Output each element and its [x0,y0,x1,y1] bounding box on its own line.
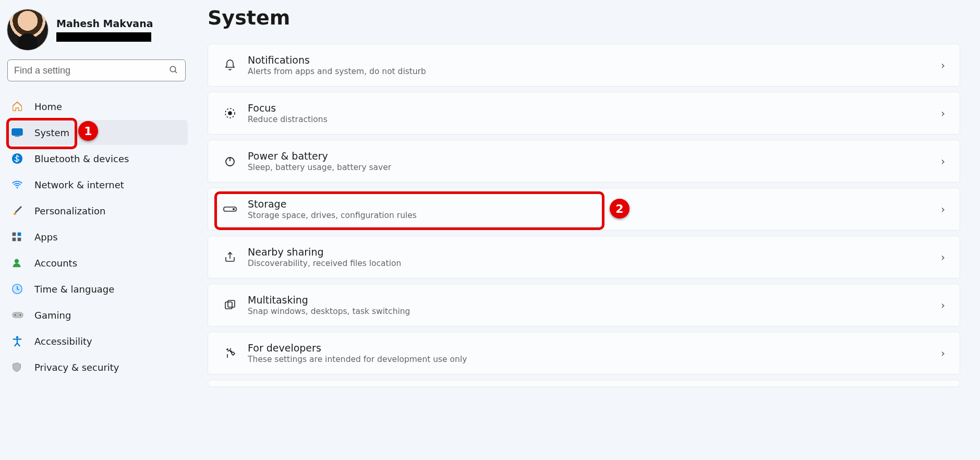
person-icon [11,257,24,269]
svg-point-11 [15,259,19,263]
gamepad-icon [11,310,24,320]
sidebar-item-label: Time & language [34,284,114,295]
sidebar-item-privacy[interactable]: Privacy & security [5,355,188,380]
wifi-icon [11,179,24,190]
card-title: Storage [248,198,941,210]
sidebar-item-gaming[interactable]: Gaming [5,302,188,328]
sidebar-item-label: Privacy & security [34,362,119,373]
sidebar-item-accounts[interactable]: Accounts [5,250,188,275]
sidebar-nav: Home System 1 Bluetooth & devices Networ… [5,91,188,381]
card-desc: Discoverability, received files location [248,259,941,268]
tools-icon [220,347,240,359]
chevron-right-icon: › [941,107,945,119]
svg-point-15 [20,314,21,316]
drive-icon [220,205,240,213]
brush-icon [11,205,24,216]
share-icon [220,251,240,263]
svg-rect-4 [15,136,19,137]
page-title: System [208,6,960,29]
profile-text: Mahesh Makvana [56,18,153,42]
sidebar-item-label: System [34,127,69,138]
svg-point-0 [170,66,176,72]
svg-point-16 [16,336,19,338]
main-content: System Notifications Alerts from apps an… [193,0,980,460]
home-icon [11,101,24,112]
sidebar-item-label: Home [34,101,62,112]
sidebar-item-label: Network & internet [34,179,124,190]
card-desc: These settings are intended for developm… [248,355,941,364]
card-desc: Reduce distractions [248,115,941,124]
annotation-badge-1: 1 [78,121,98,141]
svg-rect-7 [13,233,16,236]
svg-point-14 [15,314,16,316]
svg-rect-23 [225,302,232,309]
card-title: For developers [248,342,941,354]
sidebar-item-home[interactable]: Home [5,94,188,119]
bell-icon [220,59,240,71]
avatar [7,9,48,50]
profile-block[interactable]: Mahesh Makvana [5,9,188,59]
annotation-badge-2: 2 [610,199,630,219]
sidebar-item-label: Apps [34,232,58,243]
svg-point-6 [17,187,18,188]
sidebar-item-time-language[interactable]: Time & language [5,276,188,301]
sidebar-item-system[interactable]: System 1 [5,120,188,145]
svg-rect-13 [12,312,23,318]
chevron-right-icon: › [941,299,945,311]
card-power-battery[interactable]: Power & battery Sleep, battery usage, ba… [208,140,960,183]
sidebar-item-label: Personalization [34,205,105,216]
chevron-right-icon: › [941,203,945,215]
windows-icon [220,299,240,311]
svg-rect-2 [12,129,22,136]
card-focus[interactable]: Focus Reduce distractions › [208,92,960,135]
profile-name: Mahesh Makvana [56,18,153,29]
search-input[interactable] [7,59,186,81]
accessibility-icon [11,335,24,347]
search-wrap [5,59,188,91]
shield-icon [11,361,24,373]
card-for-developers[interactable]: For developers These settings are intend… [208,332,960,374]
sidebar-item-label: Gaming [34,310,71,321]
sidebar-item-label: Accessibility [34,336,92,347]
sidebar-item-label: Bluetooth & devices [34,153,129,164]
card-title: Nearby sharing [248,246,941,258]
focus-icon [220,107,240,119]
sidebar-item-apps[interactable]: Apps [5,224,188,249]
svg-point-18 [228,112,232,115]
card-title: Multitasking [248,294,941,306]
card-multitasking[interactable]: Multitasking Snap windows, desktops, tas… [208,284,960,326]
sidebar-item-network[interactable]: Network & internet [5,172,188,197]
chevron-right-icon: › [941,59,945,71]
chevron-right-icon: › [941,155,945,167]
card-title: Focus [248,102,941,114]
sidebar-item-personalization[interactable]: Personalization [5,198,188,223]
sidebar: Mahesh Makvana Home System 1 [0,0,193,460]
search-icon [169,65,178,75]
svg-rect-10 [18,238,21,241]
card-notifications[interactable]: Notifications Alerts from apps and syste… [208,44,960,87]
apps-icon [11,232,24,242]
card-title: Notifications [248,54,941,66]
card-desc: Snap windows, desktops, task switching [248,307,941,316]
card-storage[interactable]: Storage Storage space, drives, configura… [208,188,960,231]
card-desc: Storage space, drives, configuration rul… [248,211,941,220]
sidebar-item-accessibility[interactable]: Accessibility [5,329,188,354]
chevron-right-icon: › [941,347,945,359]
card-title: Power & battery [248,150,941,162]
sidebar-item-label: Accounts [34,258,77,269]
svg-rect-8 [18,233,21,236]
bluetooth-icon [11,153,24,164]
card-nearby-sharing[interactable]: Nearby sharing Discoverability, received… [208,236,960,279]
chevron-right-icon: › [941,251,945,263]
power-icon [220,155,240,167]
svg-rect-24 [228,300,235,307]
profile-email-redacted [56,32,151,42]
card-partial[interactable] [208,380,960,387]
svg-point-22 [233,209,234,210]
svg-line-1 [175,71,177,73]
sidebar-item-bluetooth[interactable]: Bluetooth & devices [5,146,188,171]
clock-globe-icon [11,283,24,295]
system-icon [11,128,24,137]
card-desc: Alerts from apps and system, do not dist… [248,67,941,76]
svg-rect-9 [13,238,16,241]
